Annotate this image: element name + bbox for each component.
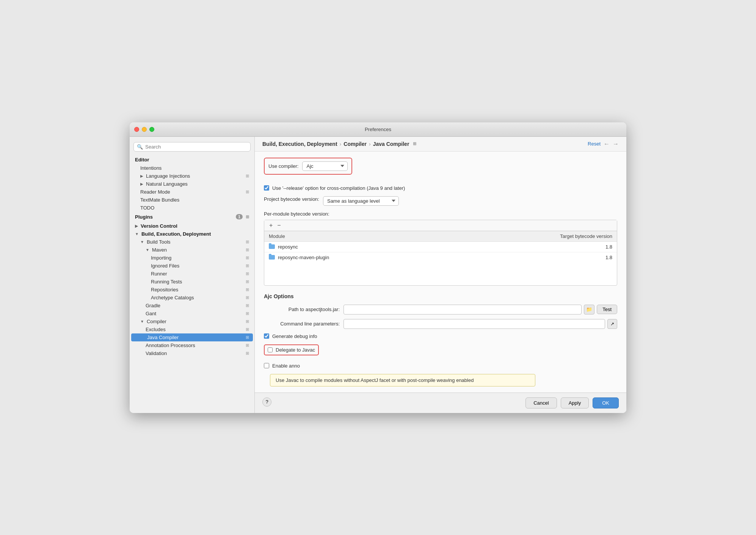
expand-icon: ▶ <box>135 224 138 228</box>
main-content: 🔍 Editor Intentions ▶ Language Injection… <box>130 137 626 413</box>
breadcrumb-actions: Reset ← → <box>588 141 619 147</box>
todo-label: TODO <box>140 205 154 211</box>
bytecode-select[interactable]: Same as language level <box>323 196 399 206</box>
path-input[interactable] <box>343 305 582 314</box>
sidebar-item-validation[interactable]: Validation ⊞ <box>130 349 254 357</box>
sidebar-item-build-tools[interactable]: ▼ Build Tools ⊞ <box>130 238 254 246</box>
delegate-label: Delegate to Javac <box>276 347 315 353</box>
bytecode-row: Project bytecode version: Same as langua… <box>264 196 617 206</box>
sidebar-item-textmate-bundles[interactable]: TextMate Bundles <box>130 196 254 204</box>
module-cell: reposync <box>264 241 451 252</box>
settings-icon: ⊞ <box>246 343 249 348</box>
path-input-wrap: 📁 Test <box>343 305 617 314</box>
browse-button[interactable]: 📁 <box>584 305 594 314</box>
forward-button[interactable]: → <box>613 141 619 147</box>
back-button[interactable]: ← <box>604 141 610 147</box>
repositories-label: Repositories <box>151 287 178 293</box>
enable-anno-row: Enable anno <box>264 363 617 369</box>
sidebar-item-build-exec-deploy[interactable]: ▼ Build, Execution, Deployment <box>130 230 254 238</box>
sidebar-item-maven[interactable]: ▼ Maven ⊞ <box>130 246 254 254</box>
sidebar-item-excludes[interactable]: Excludes ⊞ <box>130 325 254 333</box>
sidebar-item-intentions[interactable]: Intentions <box>130 164 254 172</box>
cmd-input[interactable] <box>343 319 605 329</box>
cmd-input-wrap: ↗ <box>343 319 617 329</box>
maximize-button[interactable] <box>149 127 154 132</box>
main-panel: Build, Execution, Deployment › Compiler … <box>255 137 626 413</box>
sidebar-item-ignored-files[interactable]: Ignored Files ⊞ <box>130 262 254 270</box>
sidebar-item-java-compiler[interactable]: Java Compiler ⊞ <box>131 333 253 341</box>
delegate-checkbox[interactable] <box>268 347 273 352</box>
expand-icon: ▼ <box>146 248 149 252</box>
sidebar-item-gradle[interactable]: Gradle ⊞ <box>130 302 254 310</box>
apply-button[interactable]: Apply <box>561 397 589 408</box>
bed-label: Build, Execution, Deployment <box>141 231 211 237</box>
window-title: Preferences <box>365 127 391 132</box>
debug-info-row: Generate debug info <box>264 333 617 339</box>
validation-label: Validation <box>146 350 167 356</box>
help-button[interactable]: ? <box>262 397 271 407</box>
sidebar-item-archetype-catalogs[interactable]: Archetype Catalogs ⊞ <box>130 294 254 302</box>
close-button[interactable] <box>134 127 139 132</box>
settings-icon: ⊞ <box>246 327 249 332</box>
ok-button[interactable]: OK <box>593 397 619 408</box>
bottom-bar: ? Cancel Apply OK <box>255 393 626 413</box>
sidebar: 🔍 Editor Intentions ▶ Language Injection… <box>130 137 255 413</box>
expand-icon: ▼ <box>140 319 144 324</box>
compiler-select[interactable]: Ajc Javac Eclipse <box>302 161 348 171</box>
minimize-button[interactable] <box>142 127 147 132</box>
importing-label: Importing <box>151 255 171 261</box>
sidebar-item-importing[interactable]: Importing ⊞ <box>130 254 254 262</box>
intentions-label: Intentions <box>140 165 162 171</box>
breadcrumb-part-1: Build, Execution, Deployment <box>262 141 337 147</box>
gradle-label: Gradle <box>146 303 160 308</box>
preferences-window: Preferences 🔍 Editor Intentions ▶ Langua… <box>130 122 626 413</box>
sidebar-item-runner[interactable]: Runner ⊞ <box>130 270 254 278</box>
debug-label: Generate debug info <box>272 333 317 339</box>
anno-checkbox[interactable] <box>264 363 269 368</box>
annotation-processors-label: Annotation Processors <box>146 343 195 348</box>
vc-label: Version Control <box>141 223 177 229</box>
expand-button[interactable]: ↗ <box>607 319 617 329</box>
cancel-button[interactable]: Cancel <box>525 397 557 408</box>
plugins-label: Plugins <box>135 214 153 220</box>
release-label: Use '--release' option for cross-compila… <box>272 185 405 191</box>
content-area: Use compiler: Ajc Javac Eclipse Use '--r… <box>255 152 626 393</box>
test-button[interactable]: Test <box>597 305 617 314</box>
expand-icon: ▶ <box>140 174 143 178</box>
settings-icon: ⊞ <box>246 247 249 252</box>
sidebar-item-todo[interactable]: TODO <box>130 204 254 212</box>
search-input[interactable] <box>145 144 247 150</box>
folder-icon <box>269 244 275 249</box>
reset-button[interactable]: Reset <box>588 141 601 147</box>
sidebar-item-natural-languages[interactable]: ▶ Natural Languages <box>130 180 254 188</box>
table-row[interactable]: reposync 1.8 <box>264 241 617 252</box>
sidebar-item-compiler[interactable]: ▼ Compiler ⊞ <box>130 318 254 325</box>
natural-languages-label: Natural Languages <box>146 181 188 187</box>
search-box[interactable]: 🔍 <box>133 142 251 152</box>
breadcrumb-bar: Build, Execution, Deployment › Compiler … <box>255 137 626 152</box>
release-checkbox[interactable] <box>264 185 269 191</box>
table-row[interactable]: reposync-maven-plugin 1.8 <box>264 252 617 263</box>
use-compiler-label: Use compiler: <box>268 163 298 169</box>
compiler-row: Use compiler: Ajc Javac Eclipse <box>264 158 352 175</box>
module-table: Module Target bytecode version reposync <box>264 231 617 263</box>
language-injections-label: Language Injections <box>146 173 190 179</box>
remove-module-button[interactable]: − <box>276 222 282 228</box>
sidebar-item-repositories[interactable]: Repositories ⊞ <box>130 286 254 294</box>
cmd-row: Command line parameters: ↗ <box>264 319 617 329</box>
maven-label: Maven <box>152 247 167 253</box>
sidebar-item-plugins[interactable]: Plugins 1 ⊞ <box>130 212 254 222</box>
sidebar-item-gant[interactable]: Gant ⊞ <box>130 310 254 318</box>
sidebar-item-language-injections[interactable]: ▶ Language Injections ⊞ <box>130 172 254 180</box>
sidebar-item-version-control[interactable]: ▶ Version Control <box>130 222 254 230</box>
textmate-label: TextMate Bundles <box>140 197 179 203</box>
add-module-button[interactable]: + <box>268 222 274 228</box>
sidebar-section-editor: Editor <box>130 155 254 164</box>
sidebar-item-reader-mode[interactable]: Reader Mode ⊞ <box>130 188 254 196</box>
sidebar-item-annotation-processors[interactable]: Annotation Processors ⊞ <box>130 341 254 349</box>
settings-icon: ⊞ <box>246 351 249 356</box>
debug-checkbox[interactable] <box>264 333 269 339</box>
settings-icon: ⊞ <box>246 271 249 276</box>
version-cell: 1.8 <box>451 241 617 252</box>
sidebar-item-running-tests[interactable]: Running Tests ⊞ <box>130 278 254 286</box>
